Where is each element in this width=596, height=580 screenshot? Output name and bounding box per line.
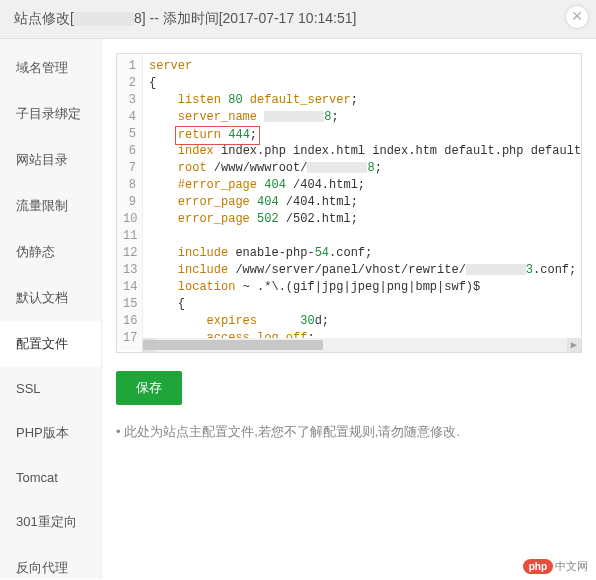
- header-add-time: -- 添加时间[2017-07-17 10:14:51]: [146, 10, 357, 26]
- sidebar-item-10[interactable]: 301重定向: [0, 499, 101, 545]
- sidebar-item-2[interactable]: 网站目录: [0, 137, 101, 183]
- sidebar-item-3[interactable]: 流量限制: [0, 183, 101, 229]
- sidebar-item-8[interactable]: PHP版本: [0, 410, 101, 456]
- editor-code[interactable]: server{ listen 80 default_server; server…: [143, 54, 581, 351]
- scrollbar-thumb[interactable]: [143, 340, 323, 350]
- sidebar-item-0[interactable]: 域名管理: [0, 45, 101, 91]
- sidebar-item-4[interactable]: 伪静态: [0, 229, 101, 275]
- sidebar: 域名管理子目录绑定网站目录流量限制伪静态默认文档配置文件SSLPHP版本Tomc…: [0, 39, 102, 579]
- sidebar-item-1[interactable]: 子目录绑定: [0, 91, 101, 137]
- watermark-badge: php: [523, 559, 553, 574]
- sidebar-item-6[interactable]: 配置文件: [0, 321, 101, 367]
- watermark-text: 中文网: [555, 559, 588, 574]
- sidebar-item-11[interactable]: 反向代理: [0, 545, 101, 580]
- editor-gutter: 1234567891011121314151617: [117, 54, 143, 351]
- content-panel: 1234567891011121314151617 server{ listen…: [102, 39, 596, 579]
- config-editor[interactable]: 1234567891011121314151617 server{ listen…: [116, 53, 582, 353]
- main-layout: 域名管理子目录绑定网站目录流量限制伪静态默认文档配置文件SSLPHP版本Tomc…: [0, 39, 596, 579]
- header-id-suffix: 8]: [134, 10, 146, 26]
- close-icon[interactable]: ×: [566, 6, 588, 28]
- sidebar-item-5[interactable]: 默认文档: [0, 275, 101, 321]
- watermark: php 中文网: [523, 559, 588, 574]
- config-hint: 此处为站点主配置文件,若您不了解配置规则,请勿随意修改.: [116, 423, 582, 441]
- sidebar-item-9[interactable]: Tomcat: [0, 456, 101, 499]
- save-button[interactable]: 保存: [116, 371, 182, 405]
- dialog-header: 站点修改[8] -- 添加时间[2017-07-17 10:14:51]: [0, 0, 596, 39]
- header-redacted-id: [74, 12, 134, 26]
- header-prefix: 站点修改[: [14, 10, 74, 26]
- sidebar-item-7[interactable]: SSL: [0, 367, 101, 410]
- editor-h-scrollbar[interactable]: ◄ ►: [143, 338, 581, 352]
- scroll-right-icon[interactable]: ►: [567, 338, 581, 352]
